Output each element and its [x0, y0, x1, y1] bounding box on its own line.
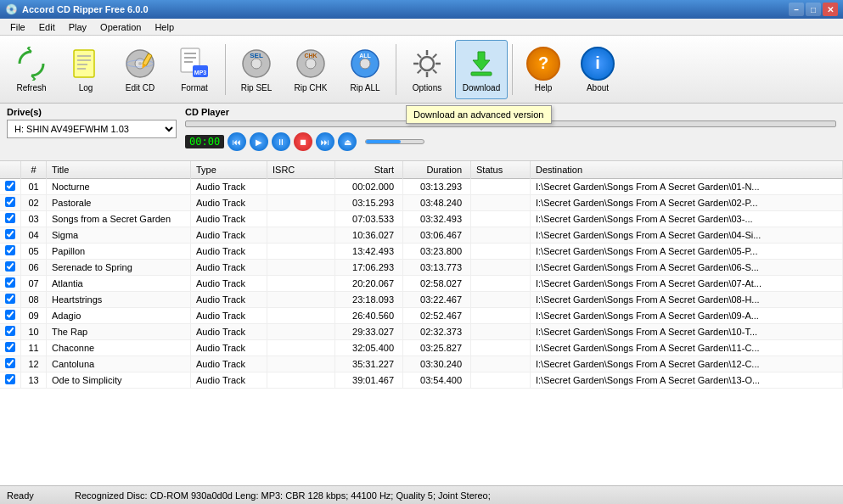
track-num: 01 [21, 179, 47, 195]
track-start: 20:20.067 [335, 276, 403, 292]
col-header-duration[interactable]: Duration [403, 161, 471, 179]
track-status [471, 244, 531, 260]
track-checkbox-cell[interactable] [0, 244, 21, 260]
track-isrc [267, 179, 335, 195]
track-start: 26:40.560 [335, 308, 403, 324]
track-checkbox[interactable] [5, 326, 15, 336]
track-num: 10 [21, 324, 47, 340]
format-button[interactable]: MP3 Format [168, 40, 221, 99]
table-row: 01 Nocturne Audio Track 00:02.000 03:13.… [0, 179, 843, 195]
menu-file[interactable]: File [3, 20, 32, 34]
drive-label: Drive(s) [7, 107, 177, 117]
track-checkbox-cell[interactable] [0, 292, 21, 308]
track-duration: 03:32.493 [403, 211, 471, 227]
minimize-button[interactable]: – [789, 3, 804, 16]
track-checkbox-cell[interactable] [0, 308, 21, 324]
separator-2 [396, 44, 396, 95]
track-checkbox[interactable] [5, 213, 15, 223]
track-isrc [267, 244, 335, 260]
track-checkbox-cell[interactable] [0, 227, 21, 244]
track-dest: I:\Secret Garden\Songs From A Secret Gar… [531, 227, 843, 244]
track-checkbox[interactable] [5, 197, 15, 207]
track-checkbox-cell[interactable] [0, 179, 21, 195]
volume-slider[interactable] [365, 139, 424, 144]
track-checkbox-cell[interactable] [0, 372, 21, 389]
col-header-title[interactable]: Title [47, 161, 191, 179]
track-checkbox-cell[interactable] [0, 340, 21, 356]
track-checkbox[interactable] [5, 245, 15, 255]
ripall-button[interactable]: ALL Rip ALL [339, 40, 391, 99]
svg-line-34 [418, 70, 421, 73]
track-start: 23:18.093 [335, 292, 403, 308]
col-header-start[interactable]: Start [335, 161, 403, 179]
col-header-isrc[interactable]: ISRC [267, 161, 335, 179]
drive-selector[interactable]: H: SHIN AV49EFWHM 1.03 [7, 120, 177, 138]
track-isrc [267, 211, 335, 227]
maximize-button[interactable]: □ [806, 3, 821, 16]
track-checkbox[interactable] [5, 294, 15, 304]
track-checkbox-cell[interactable] [0, 260, 21, 276]
track-start: 17:06.293 [335, 260, 403, 276]
rewind-button[interactable]: ⏮ [228, 132, 246, 151]
track-status [471, 372, 531, 389]
ripchk-button[interactable]: CHK Rip CHK [284, 40, 337, 99]
track-checkbox[interactable] [5, 342, 15, 352]
track-title: Sigma [47, 227, 191, 244]
menu-help[interactable]: Help [148, 20, 181, 34]
menu-operation[interactable]: Operation [93, 20, 148, 34]
help-label: Help [535, 83, 553, 92]
track-title: Adagio [47, 308, 191, 324]
track-checkbox[interactable] [5, 261, 15, 272]
refresh-button[interactable]: Refresh [5, 40, 58, 99]
eject-button[interactable]: ⏏ [338, 132, 357, 151]
play-button[interactable]: ▶ [250, 132, 268, 151]
track-checkbox[interactable] [5, 181, 15, 191]
track-num: 04 [21, 227, 47, 244]
col-header-status[interactable]: Status [471, 161, 531, 179]
ripchk-label: Rip CHK [295, 83, 328, 92]
track-checkbox[interactable] [5, 310, 15, 320]
svg-marker-35 [473, 52, 490, 70]
options-icon [410, 47, 444, 81]
app-icon: 💿 [5, 3, 18, 15]
svg-rect-0 [74, 50, 94, 77]
options-button[interactable]: Options [401, 40, 453, 99]
help-button[interactable]: ? Help [517, 40, 570, 99]
track-checkbox[interactable] [5, 374, 15, 384]
track-type: Audio Track [191, 324, 267, 340]
track-checkbox[interactable] [5, 277, 15, 288]
stop-button[interactable]: ⏹ [294, 132, 312, 151]
track-title: Atlantia [47, 276, 191, 292]
close-button[interactable]: ✕ [823, 3, 838, 16]
track-checkbox[interactable] [5, 229, 15, 239]
track-checkbox-cell[interactable] [0, 324, 21, 340]
track-dest: I:\Secret Garden\Songs From A Secret Gar… [531, 340, 843, 356]
help-icon: ? [526, 47, 560, 81]
track-type: Audio Track [191, 179, 267, 195]
fastforward-button[interactable]: ⏭ [316, 132, 334, 151]
track-checkbox-cell[interactable] [0, 195, 21, 211]
download-button[interactable]: Download [455, 40, 508, 99]
track-checkbox-cell[interactable] [0, 356, 21, 372]
track-isrc [267, 227, 335, 244]
col-header-num[interactable]: # [21, 161, 47, 179]
track-checkbox-cell[interactable] [0, 276, 21, 292]
about-icon: i [581, 47, 615, 81]
track-checkbox-cell[interactable] [0, 211, 21, 227]
editcd-button[interactable]: Edit CD [114, 40, 166, 99]
about-button[interactable]: i About [571, 40, 624, 99]
ripsel-button[interactable]: SEL Rip SEL [230, 40, 283, 99]
menu-edit[interactable]: Edit [32, 20, 62, 34]
col-header-type[interactable]: Type [191, 161, 267, 179]
svg-point-7 [138, 62, 142, 65]
track-status [471, 292, 531, 308]
col-header-dest[interactable]: Destination [531, 161, 843, 179]
pause-button[interactable]: ⏸ [272, 132, 290, 151]
log-button[interactable]: Log [59, 40, 112, 99]
track-title: Nocturne [47, 179, 191, 195]
col-header-check[interactable] [0, 161, 21, 179]
menu-play[interactable]: Play [62, 20, 93, 34]
track-checkbox[interactable] [5, 358, 15, 368]
track-num: 03 [21, 211, 47, 227]
track-title: Heartstrings [47, 292, 191, 308]
